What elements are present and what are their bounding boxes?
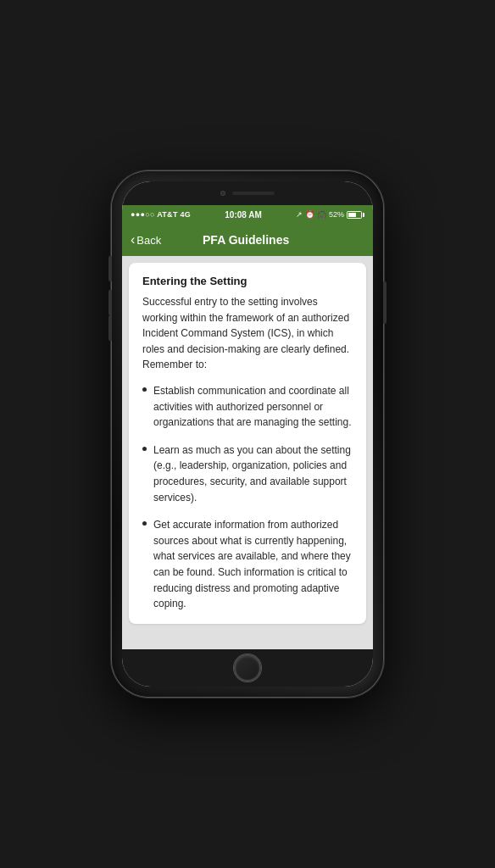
back-chevron-icon: ‹	[131, 233, 135, 247]
headphones-icon: 🎧	[317, 210, 326, 219]
gps-icon: ↗	[296, 210, 303, 219]
bullet-text-2: Learn as much as you can about the setti…	[153, 442, 353, 505]
bullet-text-3: Get accurate information from authorized…	[153, 517, 353, 612]
camera-dot	[220, 191, 225, 196]
status-right-group: ↗ ⏰ 🎧 52%	[296, 210, 364, 219]
content-card: Entering the Setting Successful entry to…	[129, 263, 366, 624]
home-button[interactable]	[234, 654, 261, 682]
bullet-item-3: Get accurate information from authorized…	[142, 517, 353, 612]
bullet-dot-3	[142, 521, 147, 526]
bullet-text-1: Establish communication and coordinate a…	[153, 383, 353, 431]
battery-pct: 52%	[329, 210, 344, 219]
content-area[interactable]: Entering the Setting Successful entry to…	[122, 256, 373, 649]
section-title: Entering the Setting	[142, 275, 353, 287]
back-label: Back	[136, 234, 161, 247]
alarm-icon: ⏰	[305, 210, 314, 219]
bullet-dot-1	[142, 387, 147, 392]
battery-icon	[347, 211, 364, 219]
nav-title: PFA Guidelines	[161, 233, 331, 247]
carrier-signal: ●●●○○ AT&T 4G	[131, 210, 191, 219]
phone-top-bar	[122, 181, 373, 205]
bullet-item-1: Establish communication and coordinate a…	[142, 383, 353, 431]
phone-frame: ●●●○○ AT&T 4G 10:08 AM ↗ ⏰ 🎧 52% ‹ Back	[112, 171, 383, 697]
speaker-bar	[232, 192, 275, 195]
status-bar: ●●●○○ AT&T 4G 10:08 AM ↗ ⏰ 🎧 52%	[122, 205, 373, 224]
section-intro: Successful entry to the setting involves…	[142, 294, 353, 373]
clock: 10:08 AM	[225, 210, 262, 220]
nav-bar: ‹ Back PFA Guidelines	[122, 224, 373, 256]
bullet-list: Establish communication and coordinate a…	[142, 383, 353, 612]
bullet-item-2: Learn as much as you can about the setti…	[142, 442, 353, 505]
back-button[interactable]: ‹ Back	[131, 233, 161, 247]
phone-bottom	[122, 649, 373, 687]
bullet-dot-2	[142, 447, 147, 451]
phone-screen: ●●●○○ AT&T 4G 10:08 AM ↗ ⏰ 🎧 52% ‹ Back	[122, 181, 373, 687]
